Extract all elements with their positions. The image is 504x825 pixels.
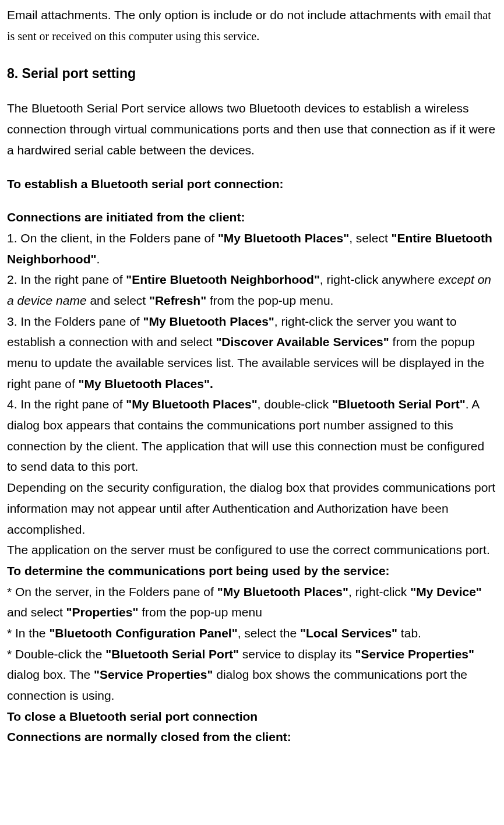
step2-e: and select	[87, 294, 149, 307]
establish-heading: To establish a Bluetooth serial port con…	[7, 174, 497, 195]
bullet2-e: tab.	[397, 626, 421, 640]
bullet2-c: , select the	[238, 626, 300, 640]
bullet2-d: "Local Services"	[300, 626, 397, 640]
step4-c: , double-click	[258, 397, 332, 411]
bullet3-d: "Service Properties"	[355, 647, 474, 661]
bullet2-b: "Bluetooth Configuration Panel"	[49, 626, 237, 640]
bullet2-a: * In the	[7, 626, 49, 640]
step2-b: "Entire Bluetooth Neighborhood"	[126, 273, 320, 286]
bullet3-b: "Bluetooth Serial Port"	[105, 647, 239, 661]
bullet3-e: dialog box. The	[7, 668, 94, 681]
bullet3-a: * Double-click the	[7, 647, 105, 661]
step2-f: "Refresh"	[149, 294, 206, 307]
bullet1-g: from the pop-up menu	[138, 605, 262, 619]
bullet1-b: "My Bluetooth Places"	[217, 585, 348, 598]
section-heading: 8. Serial port setting	[7, 62, 497, 85]
bullet1-a: * On the server, in the Folders pane of	[7, 585, 217, 598]
step3-d: "Discover Available Services"	[216, 335, 389, 348]
depending-note: Depending on the security configuration,…	[7, 477, 497, 540]
bullet-2: * In the "Bluetooth Configuration Panel"…	[7, 623, 497, 644]
step2-g: from the pop-up menu.	[206, 294, 333, 307]
step1-b: "My Bluetooth Places"	[218, 231, 349, 245]
bullet-3: * Double-click the "Bluetooth Serial Por…	[7, 644, 497, 706]
step2-a: 2. In the right pane of	[7, 273, 126, 286]
step1-a: 1. On the client, in the Folders pane of	[7, 231, 218, 245]
step1-c: , select	[349, 231, 391, 245]
connections-heading: Connections are initiated from the clien…	[7, 207, 497, 228]
step-2: 2. In the right pane of "Entire Bluetoot…	[7, 269, 497, 311]
bullet-1: * On the server, in the Folders pane of …	[7, 581, 497, 623]
section-description: The Bluetooth Serial Port service allows…	[7, 98, 497, 160]
step-4: 4. In the right pane of "My Bluetooth Pl…	[7, 394, 497, 477]
step4-d: "Bluetooth Serial Port"	[332, 397, 466, 411]
close-heading: To close a Bluetooth serial port connect…	[7, 706, 497, 727]
step-3: 3. In the Folders pane of "My Bluetooth …	[7, 311, 497, 394]
bullet3-f: "Service Properties"	[94, 668, 213, 681]
bullet1-d: "My Device"	[410, 585, 482, 598]
determine-heading: To determine the communications port bei…	[7, 560, 497, 581]
bullet1-e: and select	[7, 605, 66, 619]
intro-text-a: Email attachments. The only option is in…	[7, 8, 445, 22]
connection-block: Connections are initiated from the clien…	[7, 207, 497, 748]
step3-a: 3. In the Folders pane of	[7, 315, 143, 328]
step3-b: "My Bluetooth Places"	[143, 315, 274, 328]
step2-c: , right-click anywhere	[320, 273, 438, 286]
step3-f: "My Bluetooth Places".	[79, 377, 213, 390]
close-subheading: Connections are normally closed from the…	[7, 727, 497, 748]
bullet3-c: service to display its	[239, 647, 355, 661]
step1-e: .	[96, 252, 100, 266]
intro-paragraph: Email attachments. The only option is in…	[7, 5, 497, 46]
server-app-note: The application on the server must be co…	[7, 540, 497, 560]
bullet1-c: , right-click	[348, 585, 410, 598]
bullet1-f: "Properties"	[66, 605, 139, 619]
step-1: 1. On the client, in the Folders pane of…	[7, 228, 497, 269]
step4-b: "My Bluetooth Places"	[126, 397, 257, 411]
step4-a: 4. In the right pane of	[7, 397, 126, 411]
